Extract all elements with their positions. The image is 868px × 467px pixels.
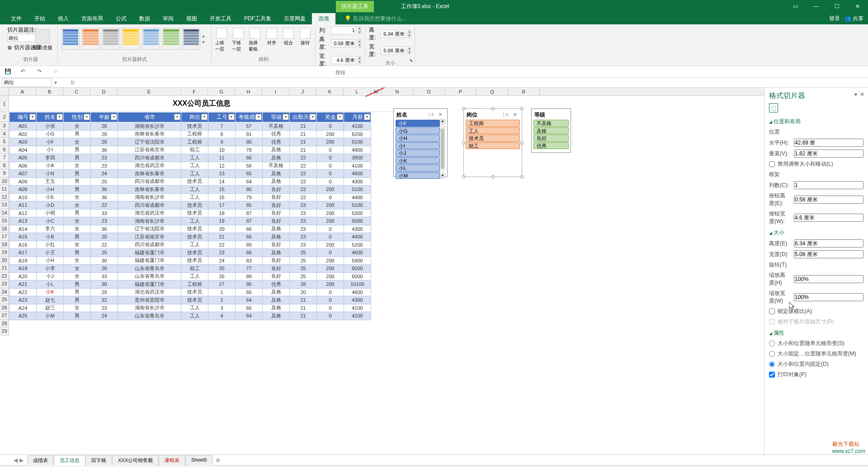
col-header[interactable]: K	[316, 88, 344, 95]
table-header[interactable]: 编号▾	[9, 112, 37, 122]
tab-百度网盘[interactable]: 百度网盘	[278, 13, 312, 24]
table-row[interactable]: A20小J女33山东省青岛市工人2689良好252006000	[9, 272, 371, 280]
style-dark[interactable]	[182, 28, 200, 50]
table-header[interactable]: 工号▾	[208, 112, 236, 122]
table-row[interactable]: A22小K男29湖北省武汉市技术员166及格2004600	[9, 288, 371, 296]
slicer-position[interactable]: 岗位⋮≡✕ 工程师工人技术员助工	[463, 108, 522, 177]
tab-插入[interactable]: 插入	[52, 13, 75, 24]
share-button[interactable]: 👥 共享	[844, 15, 863, 23]
slicer-item[interactable]: 优秀	[533, 142, 569, 149]
col-header[interactable]: L	[344, 88, 371, 95]
table-row[interactable]: A03小F女28辽宁省沈阳市工程师990优秀212006100	[9, 138, 371, 146]
row-header[interactable]: 26	[0, 304, 9, 312]
slicer-item[interactable]: 小I	[396, 142, 440, 149]
row-header[interactable]: 11	[0, 185, 9, 193]
scale-h-input[interactable]	[794, 275, 863, 283]
table-row[interactable]: A19小李女26山东省青岛市助工2577良好252006000	[9, 265, 371, 273]
lock-move-checkbox[interactable]	[769, 161, 775, 167]
radio-fixed[interactable]	[769, 361, 775, 367]
styles-more-icon[interactable]: ▴▾	[202, 28, 208, 50]
slicer-grade[interactable]: 等级 不及格及格良好优秀	[531, 108, 571, 153]
section-props[interactable]: 属性	[769, 329, 863, 337]
slicer-item[interactable]: 小F	[396, 120, 440, 127]
frame-btnh-input[interactable]	[794, 196, 863, 204]
scale-w-input[interactable]	[794, 293, 863, 301]
slicer-item[interactable]: 小L	[396, 164, 440, 172]
row-header[interactable]: 3	[0, 122, 9, 130]
tab-开始[interactable]: 开始	[28, 13, 52, 24]
tab-开发工具[interactable]: 开发工具	[203, 13, 238, 24]
col-header[interactable]: R	[508, 88, 540, 95]
filter-dropdown-icon[interactable]: ▾	[310, 114, 316, 120]
size-width-input[interactable]	[794, 250, 863, 258]
align-button[interactable]: 对齐	[265, 28, 278, 52]
row-header[interactable]: 27	[0, 312, 9, 320]
col-header[interactable]: Q	[476, 88, 508, 95]
btn-width-spinner[interactable]: ▴▾	[358, 56, 361, 64]
col-header[interactable]: H	[235, 88, 262, 95]
style-blue2[interactable]	[142, 28, 160, 50]
bring-forward-button[interactable]: 上移一层	[215, 28, 228, 52]
row-header[interactable]: 1	[0, 96, 9, 112]
table-row[interactable]: A07小N男24吉林省长春市工人1365及格2204600	[9, 170, 371, 178]
table-row[interactable]: A09小H男36吉林省长春市工人1580良好222005100	[9, 186, 371, 194]
tab-数据[interactable]: 数据	[133, 13, 156, 24]
row-header[interactable]: 13	[0, 201, 9, 209]
size-properties-icon[interactable]: ⬚	[769, 103, 778, 112]
section-size[interactable]: 大小	[769, 229, 863, 237]
row-header[interactable]: 23	[0, 280, 9, 288]
style-blue[interactable]	[61, 28, 80, 50]
row-header[interactable]: 24	[0, 288, 9, 296]
table-row[interactable]: A12小明男33湖北省武汉市技术员1887良好232005300	[9, 209, 371, 217]
sheet-tab[interactable]: 田字格	[85, 455, 112, 466]
maximize-icon[interactable]: ☐	[826, 0, 847, 13]
lock-aspect-checkbox[interactable]	[769, 308, 775, 314]
filter-dropdown-icon[interactable]: ▾	[201, 114, 208, 120]
table-header[interactable]: 出勤天数▾	[290, 112, 317, 122]
close-icon[interactable]: ✕	[847, 0, 868, 13]
filter-dropdown-icon[interactable]: ▾	[364, 114, 370, 120]
row-header[interactable]: 7	[0, 154, 9, 162]
style-yellow[interactable]	[122, 28, 140, 50]
slicer-item[interactable]: 良好	[533, 135, 569, 142]
section-position[interactable]: 位置和布局	[769, 118, 863, 126]
size-height-input[interactable]	[794, 239, 863, 248]
slicer-item[interactable]: 小J	[396, 149, 440, 157]
name-box[interactable]	[2, 78, 52, 87]
filter-dropdown-icon[interactable]: ▾	[337, 114, 343, 120]
size-width-spinner[interactable]: ▴▾	[408, 47, 411, 55]
print-object-checkbox[interactable]	[769, 372, 775, 378]
minimize-icon[interactable]: —	[806, 0, 826, 13]
btn-height-input[interactable]	[331, 39, 356, 47]
slicer-item[interactable]: 不及格	[533, 120, 569, 127]
slicer-item[interactable]: 小H	[396, 135, 440, 142]
clear-filter-icon[interactable]: ✕	[511, 112, 519, 118]
row-header[interactable]: 25	[0, 296, 9, 304]
radio-move-size[interactable]	[769, 341, 775, 346]
col-header[interactable]: A	[9, 88, 36, 95]
multi-select-icon[interactable]: ⋮≡	[426, 112, 434, 118]
tab-文件[interactable]: 文件	[5, 13, 28, 24]
report-connections-button[interactable]: 报表连接	[31, 29, 54, 51]
btn-width-input[interactable]	[331, 56, 356, 64]
col-header[interactable]: N	[382, 88, 413, 95]
ribbon-options-icon[interactable]: ▭	[785, 0, 806, 13]
row-header[interactable]: 6	[0, 146, 9, 154]
row-header[interactable]: 28	[0, 320, 9, 328]
row-headers[interactable]: 1234567891011121314151617181920212223242…	[0, 96, 9, 336]
filter-dropdown-icon[interactable]: ▾	[111, 114, 117, 120]
filter-dropdown-icon[interactable]: ▾	[29, 114, 36, 120]
row-header[interactable]: 29	[0, 327, 9, 336]
table-header[interactable]: 岗位▾	[181, 112, 208, 122]
col-header[interactable]: B	[36, 88, 63, 95]
size-height-spinner[interactable]: ▴▾	[408, 30, 411, 38]
style-orange[interactable]	[81, 28, 99, 50]
col-header[interactable]: F	[181, 88, 208, 95]
slicer-item[interactable]: 工人	[466, 127, 520, 135]
tab-选项[interactable]: 选项	[312, 13, 335, 24]
sheet-tab[interactable]: XXX公司销售额	[112, 455, 159, 466]
table-row[interactable]: A13小C女23湖南省长沙市工人1987良好232005000	[9, 217, 371, 225]
col-header[interactable]: P	[445, 88, 476, 95]
column-headers[interactable]: ABCDEFGHIJKLMNOPQR	[9, 88, 764, 96]
slicer-item[interactable]: 及格	[533, 127, 569, 135]
